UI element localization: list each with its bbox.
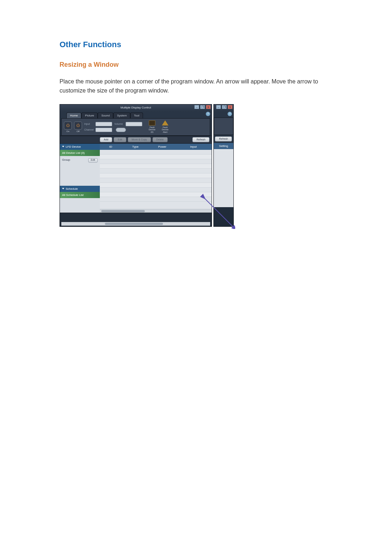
table-row bbox=[100, 169, 212, 173]
chevron-down-icon bbox=[62, 188, 64, 189]
power-off-label: Off bbox=[77, 130, 79, 132]
fault-alert-icon[interactable] bbox=[162, 120, 168, 126]
move-copy-button[interactable]: Move & Copy bbox=[128, 137, 151, 142]
more-button[interactable] bbox=[116, 128, 126, 132]
edit-button[interactable]: Edit bbox=[114, 137, 126, 142]
horizontal-scrollbar[interactable] bbox=[100, 209, 212, 213]
grid-header: ID Type Power Input bbox=[100, 144, 212, 150]
input-select[interactable] bbox=[95, 122, 112, 126]
sidebar-lfd-label: LFD Device bbox=[66, 145, 81, 148]
ribbon: ⏻ On ⏻ Off Input Channel bbox=[61, 118, 210, 136]
power-off-icon[interactable]: ⏻ bbox=[74, 122, 82, 130]
close-button[interactable]: X bbox=[228, 105, 233, 109]
title-bar[interactable]: – ❐ X bbox=[214, 104, 233, 111]
device-grid: ID Type Power Input bbox=[100, 144, 212, 213]
table-row bbox=[100, 178, 212, 183]
table-row bbox=[100, 155, 212, 159]
fault-device-icon[interactable] bbox=[149, 120, 155, 126]
minimize-button[interactable]: – bbox=[216, 105, 221, 109]
action-toolbar: Add Edit Move & Copy Delete Refresh bbox=[60, 136, 212, 144]
app-window-primary: Multiple Display Control – ❐ X ? Home Pi… bbox=[60, 104, 212, 227]
power-on-label: On bbox=[66, 130, 69, 132]
add-button[interactable]: Add bbox=[100, 137, 112, 142]
table-row bbox=[100, 188, 212, 192]
fault-panel: Fault Device (0) Fault Device Alert bbox=[147, 120, 170, 134]
status-bar bbox=[60, 213, 212, 226]
table-row bbox=[100, 150, 212, 155]
minimize-button[interactable]: – bbox=[194, 105, 199, 109]
table-row bbox=[100, 192, 212, 197]
screenshot-figure: Multiple Display Control – ❐ X ? Home Pi… bbox=[60, 104, 234, 227]
subsection-heading: Resizing a Window bbox=[60, 61, 363, 69]
channel-label: Channel bbox=[84, 128, 94, 131]
sidebar: LFD Device All Device List (0) Group Edi… bbox=[60, 144, 100, 213]
sidebar-lfd-header[interactable]: LFD Device bbox=[60, 144, 100, 150]
title-bar[interactable]: Multiple Display Control – ❐ X bbox=[60, 104, 212, 111]
group-label: Group bbox=[62, 158, 70, 161]
sidebar-schedule-label: Schedule bbox=[66, 187, 78, 190]
section-heading: Other Functions bbox=[60, 40, 363, 49]
app-window-secondary: – ❐ X ? Refresh Setting bbox=[213, 104, 234, 227]
tab-home[interactable]: Home bbox=[66, 112, 81, 118]
col-setting[interactable]: Setting bbox=[214, 143, 233, 149]
col-type[interactable]: Type bbox=[122, 144, 149, 150]
refresh-button[interactable]: Refresh bbox=[192, 137, 209, 142]
refresh-button[interactable]: Refresh bbox=[215, 136, 232, 141]
fault-alert-label: Fault Device bbox=[160, 126, 170, 131]
window-title: Multiple Display Control bbox=[121, 106, 151, 109]
maximize-button[interactable]: ❐ bbox=[200, 105, 205, 109]
tab-sound[interactable]: Sound bbox=[98, 112, 113, 118]
table-row bbox=[100, 173, 212, 178]
delete-button[interactable]: Delete bbox=[152, 137, 168, 142]
status-scrollbar[interactable] bbox=[61, 222, 210, 226]
tab-tool[interactable]: Tool bbox=[130, 112, 143, 118]
tab-picture[interactable]: Picture bbox=[81, 112, 98, 118]
volume-label: Volume bbox=[114, 123, 124, 125]
group-edit-button[interactable]: Edit bbox=[88, 158, 98, 163]
help-icon[interactable]: ? bbox=[228, 112, 232, 116]
fault-device-count: (0) bbox=[147, 131, 157, 134]
tab-system[interactable]: System bbox=[113, 112, 130, 118]
power-on-icon[interactable]: ⏻ bbox=[64, 122, 72, 130]
sidebar-group-panel: Group Edit bbox=[60, 156, 100, 186]
fault-alert-sub: Alert bbox=[160, 131, 170, 134]
input-label: Input bbox=[84, 123, 94, 125]
sidebar-all-device[interactable]: All Device List (0) bbox=[60, 150, 100, 156]
body-paragraph: Place the mouse pointer on a corner of t… bbox=[60, 77, 343, 95]
table-row bbox=[100, 183, 212, 188]
table-row bbox=[100, 197, 212, 202]
chevron-down-icon bbox=[62, 146, 64, 147]
sidebar-all-schedule[interactable]: All Schedule List bbox=[60, 192, 100, 198]
close-button[interactable]: X bbox=[206, 105, 211, 109]
volume-slider[interactable] bbox=[126, 122, 142, 126]
fault-device-label: Fault Device bbox=[147, 126, 157, 131]
col-input[interactable]: Input bbox=[175, 144, 212, 150]
table-row bbox=[100, 159, 212, 164]
sidebar-schedule-header[interactable]: Schedule bbox=[60, 186, 100, 192]
col-power[interactable]: Power bbox=[149, 144, 175, 150]
device-grid bbox=[214, 149, 233, 207]
maximize-button[interactable]: ❐ bbox=[222, 105, 227, 109]
tab-strip: Home Picture Sound System Tool bbox=[66, 112, 212, 118]
col-id[interactable]: ID bbox=[100, 144, 122, 150]
table-row bbox=[100, 164, 212, 169]
channel-select[interactable] bbox=[95, 128, 112, 132]
